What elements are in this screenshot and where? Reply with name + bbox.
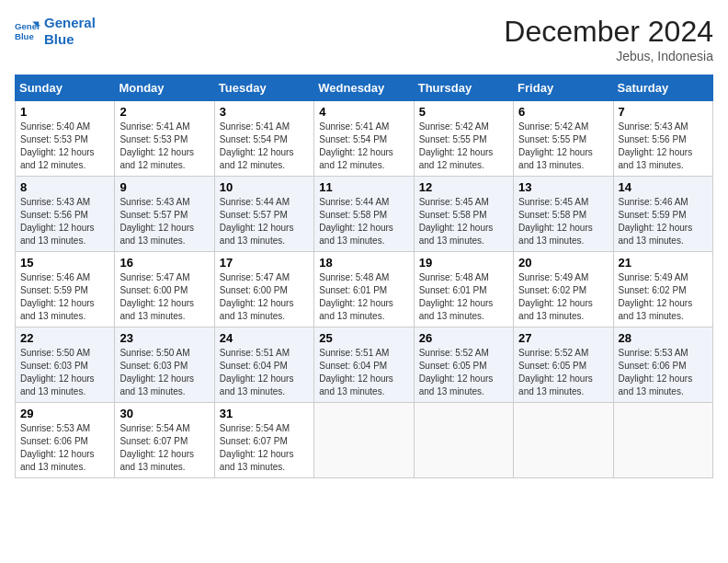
calendar-cell: 8Sunrise: 5:43 AMSunset: 5:56 PMDaylight… [16,177,115,252]
day-info: Sunrise: 5:52 AMSunset: 6:05 PMDaylight:… [419,347,508,398]
calendar-cell: 26Sunrise: 5:52 AMSunset: 6:05 PMDayligh… [414,327,513,403]
day-info: Sunrise: 5:46 AMSunset: 5:59 PMDaylight:… [619,196,708,247]
day-info: Sunrise: 5:44 AMSunset: 5:58 PMDaylight:… [319,196,408,247]
day-number: 28 [619,331,708,345]
calendar-cell: 29Sunrise: 5:53 AMSunset: 6:06 PMDayligh… [16,403,115,478]
calendar-cell: 25Sunrise: 5:51 AMSunset: 6:04 PMDayligh… [314,327,414,403]
header: General Blue General Blue December 2024 … [15,15,713,63]
page-container: General Blue General Blue December 2024 … [15,15,713,478]
day-info: Sunrise: 5:53 AMSunset: 6:06 PMDaylight:… [20,422,109,474]
svg-text:Blue: Blue [15,31,34,41]
calendar-table: SundayMondayTuesdayWednesdayThursdayFrid… [15,75,713,478]
calendar-cell: 19Sunrise: 5:48 AMSunset: 6:01 PMDayligh… [414,252,513,327]
day-number: 9 [119,180,209,194]
day-info: Sunrise: 5:40 AMSunset: 5:53 PMDaylight:… [20,121,109,172]
calendar-cell: 15Sunrise: 5:46 AMSunset: 5:59 PMDayligh… [16,252,115,327]
day-number: 29 [20,407,109,420]
calendar-cell: 22Sunrise: 5:50 AMSunset: 6:03 PMDayligh… [16,327,115,403]
day-info: Sunrise: 5:45 AMSunset: 5:58 PMDaylight:… [419,196,508,247]
calendar-cell: 7Sunrise: 5:43 AMSunset: 5:56 PMDaylight… [613,101,712,177]
day-info: Sunrise: 5:45 AMSunset: 5:58 PMDaylight:… [518,196,608,247]
calendar-cell: 1Sunrise: 5:40 AMSunset: 5:53 PMDaylight… [16,101,115,177]
header-wednesday: Wednesday [314,75,414,101]
logo-icon: General Blue [15,18,40,44]
month-title: December 2024 [504,15,713,49]
day-info: Sunrise: 5:47 AMSunset: 6:00 PMDaylight:… [220,271,309,323]
calendar-cell: 21Sunrise: 5:49 AMSunset: 6:02 PMDayligh… [613,252,712,327]
day-info: Sunrise: 5:51 AMSunset: 6:04 PMDaylight:… [220,347,309,398]
title-area: December 2024 Jebus, Indonesia [504,15,713,63]
calendar-cell: 3Sunrise: 5:41 AMSunset: 5:54 PMDaylight… [214,101,313,177]
day-info: Sunrise: 5:41 AMSunset: 5:54 PMDaylight:… [319,121,408,172]
calendar-cell: 23Sunrise: 5:50 AMSunset: 6:03 PMDayligh… [115,327,214,403]
day-info: Sunrise: 5:47 AMSunset: 6:00 PMDaylight:… [119,271,209,323]
day-number: 30 [119,407,209,420]
day-number: 20 [518,256,608,270]
calendar-cell: 16Sunrise: 5:47 AMSunset: 6:00 PMDayligh… [115,252,214,327]
calendar-header-row: SundayMondayTuesdayWednesdayThursdayFrid… [16,75,713,101]
day-number: 23 [119,331,209,345]
day-info: Sunrise: 5:43 AMSunset: 5:57 PMDaylight:… [119,196,209,247]
logo-line1: General [44,15,96,31]
day-info: Sunrise: 5:46 AMSunset: 5:59 PMDaylight:… [20,271,109,323]
day-info: Sunrise: 5:44 AMSunset: 5:57 PMDaylight:… [220,196,309,247]
day-number: 16 [119,256,209,270]
calendar-cell: 30Sunrise: 5:54 AMSunset: 6:07 PMDayligh… [115,403,214,478]
day-number: 26 [419,331,508,345]
day-info: Sunrise: 5:42 AMSunset: 5:55 PMDaylight:… [419,121,508,172]
location-subtitle: Jebus, Indonesia [504,49,713,63]
day-number: 31 [220,407,309,420]
day-number: 25 [319,331,408,345]
day-number: 18 [319,256,408,270]
day-info: Sunrise: 5:43 AMSunset: 5:56 PMDaylight:… [20,196,109,247]
calendar-cell [613,403,712,478]
calendar-cell: 11Sunrise: 5:44 AMSunset: 5:58 PMDayligh… [314,177,414,252]
calendar-cell: 13Sunrise: 5:45 AMSunset: 5:58 PMDayligh… [514,177,613,252]
calendar-cell: 31Sunrise: 5:54 AMSunset: 6:07 PMDayligh… [214,403,313,478]
header-thursday: Thursday [414,75,513,101]
day-info: Sunrise: 5:52 AMSunset: 6:05 PMDaylight:… [518,347,608,398]
logo-line2: Blue [44,31,96,48]
day-info: Sunrise: 5:54 AMSunset: 6:07 PMDaylight:… [220,422,309,474]
calendar-week-5: 29Sunrise: 5:53 AMSunset: 6:06 PMDayligh… [16,403,713,478]
day-info: Sunrise: 5:43 AMSunset: 5:56 PMDaylight:… [619,121,708,172]
header-sunday: Sunday [16,75,115,101]
day-number: 11 [319,180,408,194]
day-info: Sunrise: 5:49 AMSunset: 6:02 PMDaylight:… [518,271,608,323]
day-number: 15 [20,256,109,270]
calendar-cell: 18Sunrise: 5:48 AMSunset: 6:01 PMDayligh… [314,252,414,327]
header-tuesday: Tuesday [214,75,313,101]
day-number: 19 [419,256,508,270]
day-info: Sunrise: 5:48 AMSunset: 6:01 PMDaylight:… [319,271,408,323]
calendar-week-1: 1Sunrise: 5:40 AMSunset: 5:53 PMDaylight… [16,101,713,177]
calendar-cell: 9Sunrise: 5:43 AMSunset: 5:57 PMDaylight… [115,177,214,252]
calendar-week-4: 22Sunrise: 5:50 AMSunset: 6:03 PMDayligh… [16,327,713,403]
calendar-cell: 12Sunrise: 5:45 AMSunset: 5:58 PMDayligh… [414,177,513,252]
calendar-cell: 14Sunrise: 5:46 AMSunset: 5:59 PMDayligh… [613,177,712,252]
calendar-cell: 2Sunrise: 5:41 AMSunset: 5:53 PMDaylight… [115,101,214,177]
day-number: 8 [20,180,109,194]
calendar-week-3: 15Sunrise: 5:46 AMSunset: 5:59 PMDayligh… [16,252,713,327]
header-saturday: Saturday [613,75,712,101]
day-info: Sunrise: 5:42 AMSunset: 5:55 PMDaylight:… [518,121,608,172]
calendar-cell: 10Sunrise: 5:44 AMSunset: 5:57 PMDayligh… [214,177,313,252]
calendar-cell [414,403,513,478]
day-number: 1 [20,105,109,119]
day-number: 4 [319,105,408,119]
calendar-cell: 20Sunrise: 5:49 AMSunset: 6:02 PMDayligh… [514,252,613,327]
header-friday: Friday [514,75,613,101]
day-info: Sunrise: 5:50 AMSunset: 6:03 PMDaylight:… [119,347,209,398]
day-number: 21 [619,256,708,270]
day-info: Sunrise: 5:41 AMSunset: 5:53 PMDaylight:… [119,121,209,172]
day-number: 27 [518,331,608,345]
day-info: Sunrise: 5:48 AMSunset: 6:01 PMDaylight:… [419,271,508,323]
calendar-cell [514,403,613,478]
calendar-cell: 4Sunrise: 5:41 AMSunset: 5:54 PMDaylight… [314,101,414,177]
day-number: 24 [220,331,309,345]
calendar-cell: 5Sunrise: 5:42 AMSunset: 5:55 PMDaylight… [414,101,513,177]
day-number: 5 [419,105,508,119]
day-number: 7 [619,105,708,119]
calendar-cell: 28Sunrise: 5:53 AMSunset: 6:06 PMDayligh… [613,327,712,403]
calendar-cell: 17Sunrise: 5:47 AMSunset: 6:00 PMDayligh… [214,252,313,327]
calendar-week-2: 8Sunrise: 5:43 AMSunset: 5:56 PMDaylight… [16,177,713,252]
